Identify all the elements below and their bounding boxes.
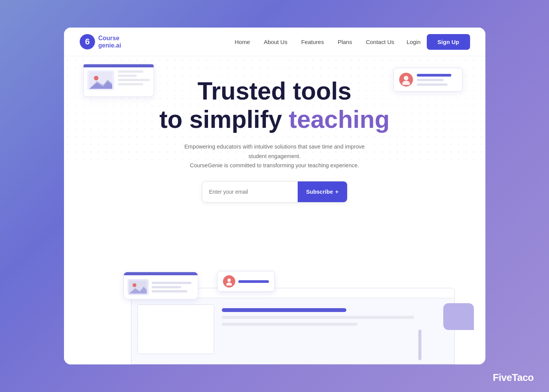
ui-card-left xyxy=(83,64,154,97)
content-line-1 xyxy=(222,316,414,319)
email-input[interactable] xyxy=(202,189,298,195)
bottom-card-lines xyxy=(152,282,194,292)
bottom-card-line xyxy=(152,282,192,284)
ui-card-line xyxy=(118,83,143,85)
ui-card-body xyxy=(87,70,150,93)
bottom-card-img xyxy=(128,279,149,295)
bottom-card-line xyxy=(152,290,188,292)
logo-text: Course genie.ai xyxy=(98,34,121,49)
profile-line-2 xyxy=(417,79,444,81)
bottom-profile-chip xyxy=(217,271,275,292)
subscribe-button[interactable]: Subscribe + xyxy=(298,181,347,202)
svg-point-7 xyxy=(133,283,136,287)
profile-chip-top xyxy=(393,68,462,91)
bottom-card-browser-body xyxy=(124,275,198,299)
hero-content: Trusted tools to simplify teaching Empow… xyxy=(159,77,390,203)
ui-card-header xyxy=(84,64,154,67)
scroll-bar xyxy=(418,330,421,360)
bottom-main-window xyxy=(131,288,455,364)
nav-home[interactable]: Home xyxy=(234,39,250,45)
bottom-card-browser-header xyxy=(124,272,198,275)
nav-features[interactable]: Features xyxy=(301,39,324,45)
bottom-card-line xyxy=(152,286,181,288)
svg-point-9 xyxy=(226,283,232,286)
bottom-window-body xyxy=(131,298,454,360)
svg-point-4 xyxy=(404,76,408,80)
profile-line-3 xyxy=(417,83,447,86)
signup-button[interactable]: Sign Up xyxy=(427,34,470,50)
profile-avatar-top xyxy=(399,73,413,87)
right-content xyxy=(222,304,448,354)
watermark: FiveTaco xyxy=(493,372,534,384)
ui-card-line xyxy=(118,75,137,77)
nav-plans[interactable]: Plans xyxy=(338,39,352,45)
login-link[interactable]: Login xyxy=(406,39,421,45)
float-card-top-left xyxy=(83,64,154,97)
bottom-illustrations xyxy=(64,257,485,364)
ui-card-image xyxy=(87,70,114,90)
bottom-card-browser xyxy=(123,272,198,299)
nav-about[interactable]: About Us xyxy=(264,39,287,45)
logo-icon: 6 xyxy=(79,34,95,50)
content-bar xyxy=(222,308,346,312)
form-placeholder xyxy=(138,304,214,354)
content-line-2 xyxy=(222,323,358,326)
hero-title: Trusted tools to simplify teaching xyxy=(159,77,390,134)
nav-links: Home About Us Features Plans Contact Us xyxy=(234,39,394,45)
svg-point-3 xyxy=(94,76,98,80)
ui-card-line xyxy=(118,79,150,81)
svg-point-8 xyxy=(227,279,231,282)
svg-point-5 xyxy=(402,81,410,85)
logo-area: 6 Course genie.ai xyxy=(79,34,121,50)
bottom-profile-avatar xyxy=(223,275,235,287)
svg-text:6: 6 xyxy=(85,37,89,46)
float-card-top-right xyxy=(393,68,462,91)
subscribe-bar: Subscribe + xyxy=(202,181,347,203)
ui-card-lines xyxy=(118,70,150,85)
bottom-profile-line xyxy=(238,280,269,283)
navbar: 6 Course genie.ai Home About Us Features… xyxy=(64,28,485,56)
nav-contact[interactable]: Contact Us xyxy=(366,39,394,45)
profile-lines-top xyxy=(417,74,451,86)
hero-subtitle: Empowering educators with intuitive solu… xyxy=(175,142,374,170)
ui-card-line xyxy=(118,70,143,73)
chat-bubble-icon xyxy=(443,303,474,330)
hero-section: Trusted tools to simplify teaching Empow… xyxy=(64,56,485,364)
profile-line-1 xyxy=(417,74,451,77)
main-card: 6 Course genie.ai Home About Us Features… xyxy=(64,28,485,364)
